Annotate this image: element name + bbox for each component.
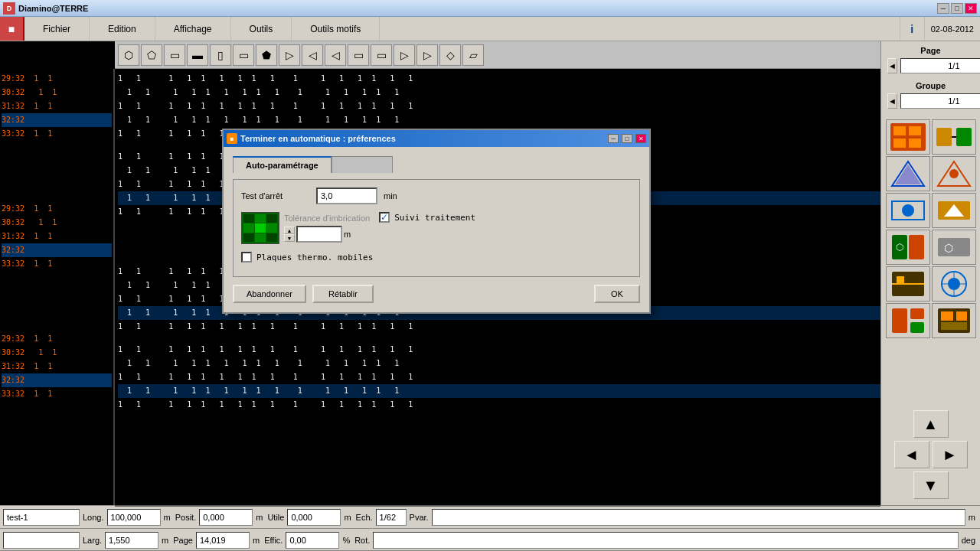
group-prev-button[interactable]: ◄ [887, 93, 897, 109]
imbrication-suivi-row: Tolérance d'imbrication ▲ ▼ m ✓ [241, 212, 632, 244]
dialog-icon: ■ [227, 133, 237, 144]
time-row-6: 29:32 1 1 [2, 202, 112, 216]
larg-value-field[interactable]: 1,550 [105, 532, 158, 549]
shape-btn-9[interactable]: ◁ [325, 44, 346, 66]
time-row-5: 33:32 1 1 [2, 127, 112, 141]
plaques-label: Plaques thermo. mobiles [256, 253, 373, 262]
rot-value-field[interactable] [373, 532, 958, 549]
svg-rect-32 [941, 311, 953, 321]
pos-value-field[interactable]: 0,000 [199, 509, 253, 526]
time-row-7: 30:32 1 1 [2, 216, 112, 230]
plaques-checkbox[interactable] [241, 252, 252, 262]
shape-btn-3[interactable]: ▬ [187, 44, 208, 66]
dialog-tabs: Auto-paramétrage [233, 156, 640, 173]
group-section-label: Groupe [887, 81, 974, 90]
shape-btn-10[interactable]: ▭ [348, 44, 369, 66]
icon-cell-8[interactable]: ⬡ [932, 230, 976, 265]
imbrication-spinner-down[interactable]: ▼ [284, 234, 295, 242]
menu-spacer [380, 17, 899, 41]
icon-cell-3[interactable] [886, 156, 930, 191]
pvar-value-field[interactable] [432, 509, 965, 526]
close-button[interactable]: ✕ [965, 3, 977, 14]
effic-value-field[interactable]: 0,00 [286, 532, 339, 549]
imbrication-input[interactable] [296, 226, 342, 243]
shape-btn-12[interactable]: ▷ [394, 44, 415, 66]
dialog: ■ Terminer en automatique : préferences … [222, 129, 651, 314]
date-label: 02-08-2012 [924, 17, 980, 41]
icon-cell-6[interactable] [932, 193, 976, 228]
menu-outils-motifs[interactable]: Outils motifs [292, 17, 380, 41]
dialog-maximize-button[interactable]: □ [622, 134, 632, 143]
app-icon: D [3, 2, 15, 15]
tab-auto-parametrage[interactable]: Auto-paramétrage [233, 156, 332, 173]
nav-down-button[interactable]: ▼ [913, 471, 949, 499]
effic-unit: % [341, 536, 351, 545]
svg-rect-19 [938, 238, 970, 256]
icon-cell-11[interactable] [886, 303, 930, 338]
shape-btn-1[interactable]: ⬠ [141, 44, 162, 66]
menu-outils[interactable]: Outils [231, 17, 292, 41]
icon-cell-7[interactable]: ⬡ [886, 230, 930, 265]
imbrication-spinner-up[interactable]: ▲ [284, 227, 295, 234]
retablir-button[interactable]: Rétablir [312, 285, 374, 303]
dialog-minimize-button[interactable]: ─ [608, 134, 619, 143]
imbrication-label: Tolérance d'imbrication [284, 214, 370, 223]
nav-up-button[interactable]: ▲ [913, 410, 949, 438]
minimize-button[interactable]: ─ [937, 3, 949, 14]
icon-cell-10[interactable] [932, 266, 976, 302]
shape-btn-14[interactable]: ◇ [439, 44, 461, 66]
long-value-field[interactable]: 100,000 [107, 509, 161, 526]
project-name-field[interactable]: test-1 [3, 509, 80, 526]
page-value-field[interactable]: 14,019 [196, 532, 250, 549]
menu-edition[interactable]: Edition [90, 17, 155, 41]
suivi-checkbox[interactable]: ✓ [379, 212, 390, 223]
icon-cell-2[interactable] [932, 119, 976, 155]
dialog-close-button[interactable]: ✕ [635, 134, 646, 143]
abandonner-button[interactable]: Abandonner [233, 285, 306, 303]
icon-cell-9[interactable] [886, 266, 930, 302]
utile-unit: m [342, 513, 352, 522]
tab-empty[interactable] [332, 156, 393, 173]
time-row-9: 32:32 [2, 243, 112, 257]
group-input[interactable] [900, 93, 980, 109]
utile-value-field[interactable]: 0,000 [287, 509, 341, 526]
nav-left-button[interactable]: ◄ [894, 441, 929, 468]
shape-btn-4[interactable]: ▯ [210, 44, 231, 66]
icon-cell-4[interactable] [932, 156, 976, 191]
app-logo: ■ [0, 17, 24, 41]
info-button[interactable]: i [900, 17, 924, 41]
app-title: Diamino@TERRE [18, 4, 937, 13]
shape-btn-2[interactable]: ▭ [164, 44, 185, 66]
nav-right-button[interactable]: ► [933, 441, 968, 468]
page-input[interactable] [900, 58, 980, 73]
suivi-area: ✓ Suivi traitement [379, 212, 475, 223]
icon-grid: ⬡ ⬡ [884, 118, 978, 340]
shape-btn-8[interactable]: ◁ [302, 44, 323, 66]
time-row-13: 31:32 1 1 [2, 360, 112, 373]
shape-btn-11[interactable]: ▭ [371, 44, 392, 66]
icon-cell-5[interactable] [886, 193, 930, 228]
shape-btn-13[interactable]: ▷ [416, 44, 438, 66]
canvas-row: 1 1 1 1 1 1 1 1 1 1 1 1 1 1 1 [118, 384, 954, 398]
svg-rect-33 [956, 311, 967, 321]
shape-btn-7[interactable]: ▷ [279, 44, 300, 66]
menu-fichier[interactable]: Fichier [24, 17, 90, 41]
imbrication-thumb[interactable] [241, 212, 279, 244]
larg-unit: m [160, 536, 170, 545]
right-panel: Page ◄ ► Groupe ◄ ► [880, 41, 980, 505]
shape-btn-15[interactable]: ▱ [462, 44, 484, 66]
group-nav-row: ◄ ► [887, 93, 974, 109]
shape-btn-0[interactable]: ⬡ [118, 44, 139, 66]
icon-cell-12[interactable] [932, 303, 976, 338]
menu-affichage[interactable]: Affichage [155, 17, 231, 41]
dialog-left-buttons: Abandonner Rétablir [233, 285, 374, 303]
shape-btn-5[interactable]: ▭ [233, 44, 254, 66]
maximize-button[interactable]: □ [951, 3, 963, 14]
ok-button[interactable]: OK [594, 285, 640, 303]
test-arret-input[interactable] [316, 187, 377, 204]
page-prev-button[interactable]: ◄ [887, 58, 897, 73]
icon-cell-1[interactable] [886, 119, 930, 155]
shape-btn-6[interactable]: ⬟ [256, 44, 277, 66]
page-section-label: Page [887, 46, 974, 55]
ech-value-field[interactable]: 1/62 [376, 509, 407, 526]
